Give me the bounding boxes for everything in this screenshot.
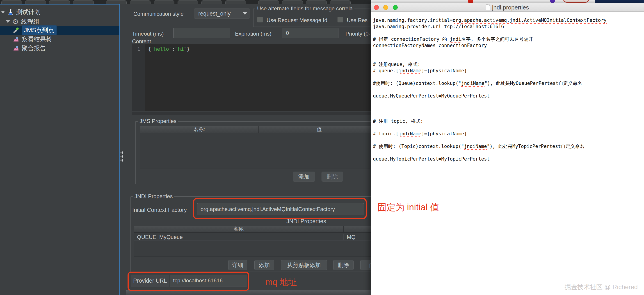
table-row[interactable]: QUEUE_MyQueue MQ (134, 233, 380, 241)
toolbar-button[interactable] (1, 0, 22, 4)
editor-lines: java.naming.factory.initial=org.apache.a… (373, 17, 644, 162)
priority-label: Priority (0- (346, 31, 370, 37)
toolbar-button[interactable] (178, 0, 198, 4)
toolbar-button[interactable] (130, 0, 150, 4)
toolbar-button[interactable] (282, 0, 303, 4)
toolbar-button[interactable] (258, 0, 279, 4)
code-line (373, 137, 644, 143)
editor-text-area[interactable]: java.naming.factory.initial=org.apache.a… (371, 12, 644, 295)
communication-style-select[interactable]: request_only (194, 8, 250, 18)
code-line: java.naming.provider.url=tcp://localhost… (373, 23, 644, 30)
tree-item-thread-group[interactable]: ⚙ 线程组 (0, 17, 120, 26)
code-line (373, 55, 644, 61)
splitter-handle[interactable] (120, 150, 123, 163)
annotation-box-provider-url (128, 272, 249, 291)
tree-item-test-plan[interactable]: 测试计划 (0, 8, 120, 17)
tree-item-label: 聚合报告 (22, 44, 46, 52)
alternate-fields-group-title: Use alternate fields for message correla (255, 5, 354, 12)
toolbar-button[interactable] (202, 0, 222, 4)
chevron-expanded-icon[interactable] (6, 20, 10, 23)
jms-sampler-config-panel: Communication style request_only Use alt… (123, 4, 383, 295)
watermark: 掘金技术社区 @ Richered (565, 283, 638, 292)
expiration-label: Expiration (ms) (235, 31, 271, 37)
use-request-message-id-checkbox[interactable] (257, 17, 263, 22)
content-editor-footer (132, 112, 380, 115)
jms-delete-button[interactable]: 删除 (322, 172, 343, 182)
aggregate-report-icon (12, 45, 20, 51)
jndi-detail-button[interactable]: 详细 (228, 260, 247, 270)
column-header-name[interactable]: 名称: (140, 126, 258, 133)
dropdown-arrow-button[interactable] (240, 9, 250, 18)
thread-group-icon: ⚙ (12, 18, 19, 25)
code-line (373, 150, 644, 156)
code-line (373, 99, 644, 105)
document-icon (486, 4, 490, 10)
window-title: jndi.properties (371, 4, 644, 11)
content-label: Content (132, 38, 151, 45)
jms-properties-table[interactable]: 名称: 值 (140, 126, 380, 168)
toolbar-button[interactable] (106, 0, 127, 4)
toolbar-button[interactable] (154, 0, 174, 4)
view-results-tree-icon (12, 36, 20, 42)
use-request-message-id-label: Use Request Message Id (266, 17, 327, 23)
menubar-block (595, 0, 644, 3)
communication-style-value: request_only (194, 10, 240, 17)
chevron-down-icon (243, 12, 247, 15)
column-header-name[interactable]: 名称: (134, 226, 344, 232)
code-line (373, 112, 644, 118)
screen: 测试计划 ⚙ 线程组 JMS点到点 察看结果树 (0, 0, 644, 295)
column-header-value[interactable]: 值 (259, 126, 380, 133)
code-line (373, 124, 644, 131)
test-plan-tree: 测试计划 ⚙ 线程组 JMS点到点 察看结果树 (0, 4, 120, 295)
toolbar-button[interactable] (330, 0, 350, 4)
table-header: 名称: 值 (140, 126, 380, 133)
pill-button[interactable] (563, 0, 590, 3)
annotation-mq-note: mq 地址 (266, 277, 297, 288)
jndi-delete-button[interactable]: 删除 (333, 260, 354, 270)
content-editor[interactable]: 1 {"hello":"hi"} (132, 44, 380, 111)
annotation-box-initial-context-factory (193, 198, 367, 219)
jms-add-button[interactable]: 添加 (293, 172, 315, 182)
code-line (373, 49, 644, 55)
background-menubar-strip (371, 0, 644, 3)
toolbar-button[interactable] (73, 0, 94, 4)
timeout-label: Timeout (ms) (132, 31, 164, 37)
content-code-line: {"hello":"hi"} (148, 46, 190, 52)
jndi-add-from-clipboard-button[interactable]: 从剪贴板添加 (281, 260, 327, 270)
tree-item-aggregate-report[interactable]: 聚合报告 (0, 44, 120, 53)
code-line: queue.MyQueuePerPertest=MyQueuePerPertes… (373, 93, 644, 99)
toolbar-button[interactable] (306, 0, 327, 4)
table-header: 名称: (134, 226, 380, 233)
communication-style-label: Communication style (134, 11, 184, 17)
code-line: # 注册queue, 格式: (373, 61, 644, 67)
code-line: # 指定 connectionFactory 的 jndi名字, 多个名字之间可… (373, 36, 644, 42)
alternate-fields-group: Use alternate fields for message correla… (253, 8, 384, 27)
tree-item-view-results-tree[interactable]: 察看结果树 (0, 35, 120, 44)
code-line: # topic.[jndiName]=[physicalName] (373, 131, 644, 137)
toolbar-button[interactable] (25, 0, 46, 4)
jndi-properties-table[interactable]: 名称: QUEUE_MyQueue MQ (134, 226, 380, 257)
jndi-add-button[interactable]: 添加 (254, 260, 274, 270)
expiration-input[interactable]: 0 (282, 28, 338, 38)
initial-context-factory-label: Initial Context Factory (132, 207, 187, 213)
code-line: # 使用时: (Topic)context.lookup("jndiName")… (373, 143, 644, 150)
tree-item-jms-point-to-point[interactable]: JMS点到点 (0, 26, 120, 35)
tree-item-label: 测试计划 (16, 8, 40, 16)
code-line: connectionFactoryNames=connectionFactory (373, 42, 644, 49)
chevron-expanded-icon[interactable] (1, 11, 5, 13)
code-line: java.naming.factory.initial=org.apache.a… (373, 17, 644, 23)
timeout-input[interactable] (173, 28, 230, 38)
code-line (373, 105, 644, 112)
use-response-checkbox[interactable] (337, 17, 343, 22)
jmeter-toolbar-clipped (0, 0, 371, 4)
jmeter-window: 测试计划 ⚙ 线程组 JMS点到点 察看结果树 (0, 4, 383, 295)
annotation-icf-note: 固定为 initial 值 (378, 201, 439, 214)
test-plan-icon (7, 9, 14, 15)
jndi-properties-group-title: JNDI Properties (133, 193, 174, 200)
jms-properties-group-title: JMS Properties (138, 118, 178, 124)
toolbar-button[interactable] (225, 0, 246, 4)
code-line (373, 74, 644, 80)
line-number-gutter: 1 (132, 44, 145, 111)
jndi-name-cell[interactable]: QUEUE_MyQueue (134, 234, 344, 241)
toolbar-button[interactable] (49, 0, 70, 4)
